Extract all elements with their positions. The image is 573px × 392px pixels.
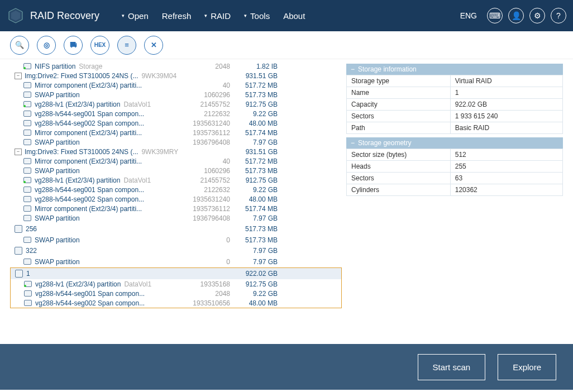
tree-group-row[interactable]: 3227.97 GB	[10, 245, 342, 257]
row-name: vg288-lv1 (Ext2/3/4) partition	[35, 280, 121, 288]
table-row: Storage typeVirtual RAID	[347, 75, 563, 87]
drive-tool-icon[interactable]: ⛟	[64, 36, 83, 55]
menu-raid[interactable]: ▾RAID	[204, 11, 231, 21]
info-value: 63	[450, 173, 562, 184]
partition-icon	[23, 101, 31, 107]
tree-row[interactable]: vg288-lv544-seg001 Span compon...20489.2…	[11, 289, 341, 298]
tree-row[interactable]: vg288-lv544-seg002 Span compon...1933510…	[11, 298, 341, 308]
row-meta: 9WK39MRY	[141, 148, 178, 156]
tree-row[interactable]: SWAP partition0517.73 MB	[10, 235, 342, 245]
row-meta: 9WK39M04	[141, 72, 176, 80]
target-tool-icon[interactable]: ◎	[37, 36, 56, 55]
tree-row[interactable]: vg288-lv1 (Ext2/3/4) partitionDataVol119…	[11, 279, 341, 289]
tree-row[interactable]: Mirror component (Ext2/3/4) partiti...19…	[10, 128, 342, 137]
tree-drive-row[interactable]: −Img:Drive3: Fixed ST310005 24NS (...9WK…	[10, 147, 342, 156]
tree-row[interactable]: SWAP partition1060296517.73 MB	[10, 166, 342, 175]
row-size: 931.51 GB	[233, 72, 278, 80]
row-size: 912.75 GB	[233, 280, 278, 288]
tree-row[interactable]: vg288-lv544-seg001 Span compon...2122632…	[10, 109, 342, 118]
storage-geom-header[interactable]: −Storage geometry	[346, 137, 563, 149]
language-selector[interactable]: ENG	[460, 11, 477, 20]
menu-about[interactable]: About	[283, 11, 305, 21]
tree-row[interactable]: Mirror component (Ext2/3/4) partiti...19…	[10, 204, 342, 213]
collapse-icon[interactable]: −	[15, 149, 22, 155]
menu-open[interactable]: ▾Open	[122, 11, 149, 21]
tree-row[interactable]: Mirror component (Ext2/3/4) partiti...40…	[10, 156, 342, 166]
menu-refresh-label: Refresh	[162, 11, 192, 21]
partition-icon	[23, 139, 31, 145]
group-icon	[15, 247, 22, 255]
start-scan-button[interactable]: Start scan	[418, 354, 486, 380]
app-logo-icon	[7, 7, 25, 25]
tree-group-row[interactable]: 256517.73 MB	[10, 223, 342, 235]
tree-row[interactable]: SWAP partition07.97 GB	[10, 257, 342, 266]
row-size: 922.02 GB	[233, 270, 278, 278]
partition-icon	[23, 82, 31, 88]
row-size: 7.97 GB	[233, 214, 278, 222]
tree-drive-row[interactable]: −Img:Drive2: Fixed ST310005 24NS (...9WK…	[10, 71, 342, 80]
tree-row[interactable]: vg288-lv544-seg002 Span compon...1935631…	[10, 118, 342, 128]
main-area: NIFS partitionStorage20481.82 IB −Img:Dr…	[0, 59, 573, 344]
search-tool-icon[interactable]: 🔍	[10, 36, 29, 55]
partition-icon	[23, 259, 31, 265]
info-value: Virtual RAID	[450, 75, 562, 87]
row-size: 517.73 MB	[233, 91, 278, 99]
row-sector: 1935631240	[169, 119, 230, 127]
row-name: 322	[26, 247, 37, 255]
storage-info-header[interactable]: −Storage information	[346, 64, 563, 75]
section-title: Storage geometry	[358, 139, 411, 147]
row-size: 517.73 MB	[233, 236, 278, 244]
row-sector: 0	[169, 236, 230, 244]
table-row: Sectors1 933 615 240	[347, 111, 563, 122]
partition-icon	[23, 111, 31, 117]
tree-row[interactable]: NIFS partitionStorage20481.82 IB	[10, 61, 342, 71]
tree-group-row-selected[interactable]: 1922.02 GB	[11, 268, 341, 279]
help-icon[interactable]: ?	[551, 8, 566, 23]
partition-icon	[23, 237, 31, 243]
row-name: Img:Drive3: Fixed ST310005 24NS (...	[25, 148, 138, 156]
tree-row[interactable]: SWAP partition1060296517.73 MB	[10, 90, 342, 99]
user-icon[interactable]: 👤	[508, 8, 524, 23]
row-size: 9.22 GB	[233, 186, 278, 194]
tree-row[interactable]: vg288-lv544-seg002 Span compon...1935631…	[10, 194, 342, 204]
row-size: 517.72 MB	[233, 82, 278, 89]
menu-tools[interactable]: ▾Tools	[244, 11, 270, 21]
collapse-icon[interactable]: −	[15, 73, 22, 79]
row-size: 48.00 MB	[233, 119, 278, 127]
partition-icon	[23, 130, 31, 136]
row-size: 912.75 GB	[233, 176, 278, 184]
tree-row[interactable]: SWAP partition19367964087.97 GB	[10, 137, 342, 147]
logo-area: RAID Recovery	[7, 7, 99, 25]
row-name: vg288-lv1 (Ext2/3/4) partition	[35, 176, 120, 184]
gear-icon[interactable]: ⚙	[529, 8, 545, 23]
keyboard-icon[interactable]: ⌨	[487, 8, 503, 23]
row-sector: 40	[169, 157, 230, 165]
storage-tree[interactable]: NIFS partitionStorage20481.82 IB −Img:Dr…	[0, 59, 342, 344]
tree-row[interactable]: vg288-lv544-seg001 Span compon...2122632…	[10, 185, 342, 194]
hex-tool-button[interactable]: HEX	[90, 36, 109, 55]
row-meta: DataVol1	[123, 176, 151, 184]
row-name: Mirror component (Ext2/3/4) partiti...	[35, 129, 142, 137]
row-size: 7.97 GB	[233, 247, 278, 255]
tree-row[interactable]: vg288-lv1 (Ext2/3/4) partitionDataVol121…	[10, 99, 342, 109]
section-title: Storage information	[358, 65, 417, 73]
tree-row[interactable]: vg288-lv1 (Ext2/3/4) partitionDataVol121…	[10, 175, 342, 185]
row-name: SWAP partition	[35, 167, 80, 175]
menu-tools-label: Tools	[250, 11, 270, 21]
list-tool-icon[interactable]: ≡	[117, 36, 136, 55]
row-name: SWAP partition	[35, 91, 80, 99]
row-name: Img:Drive2: Fixed ST310005 24NS (...	[25, 72, 138, 80]
row-sector: 1936796408	[169, 214, 230, 222]
row-sector: 21455752	[169, 101, 230, 108]
row-sector: 1935736112	[169, 129, 230, 137]
row-name: 1	[26, 270, 30, 278]
main-menu: ▾Open Refresh ▾RAID ▾Tools About	[122, 11, 305, 21]
row-size: 1.82 IB	[233, 63, 278, 70]
close-tool-icon[interactable]: ✕	[144, 36, 163, 55]
tree-row[interactable]: SWAP partition19367964087.97 GB	[10, 213, 342, 223]
menu-refresh[interactable]: Refresh	[162, 11, 192, 21]
row-size: 48.00 MB	[233, 195, 278, 203]
explore-button[interactable]: Explore	[498, 354, 556, 380]
table-row: Capacity922.02 GB	[347, 99, 563, 111]
tree-row[interactable]: Mirror component (Ext2/3/4) partiti...40…	[10, 80, 342, 90]
